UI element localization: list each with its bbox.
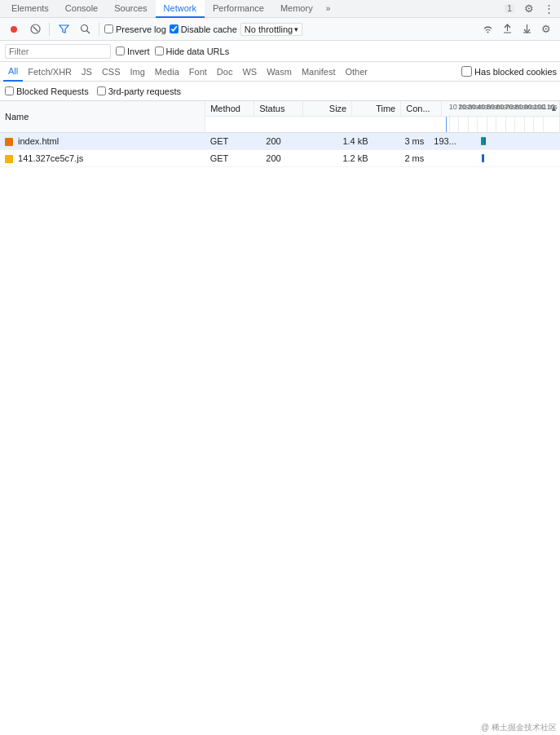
tab-console[interactable]: Console (57, 0, 106, 18)
cell-size-0: 1.4 kB (317, 133, 373, 150)
type-filter-fetch[interactable]: Fetch/XHR (23, 62, 77, 82)
type-filter-ws[interactable]: WS (237, 62, 262, 82)
cell-method-1: GET (205, 150, 262, 167)
svg-line-1 (33, 27, 37, 32)
filter-bar: Invert Hide data URLs (0, 41, 560, 62)
disable-cache-label[interactable]: Disable cache (170, 24, 237, 34)
js-file-icon (5, 155, 13, 163)
type-filter-css[interactable]: CSS (97, 62, 126, 82)
export-har-button[interactable] (518, 20, 536, 38)
cell-con-0: 193... (429, 133, 475, 150)
cell-con-1 (429, 150, 475, 167)
filter-icon (59, 24, 69, 34)
upload-icon (502, 24, 513, 34)
type-filter-manifest[interactable]: Manifest (297, 62, 341, 82)
waterfall-tick-area: 10 ms20 ms30 ms40 ms50 ms60 ms70 ms80 ms… (442, 101, 559, 116)
toolbar-divider-2 (99, 23, 99, 36)
col-header-time[interactable]: Time (352, 101, 401, 116)
tab-memory[interactable]: Memory (272, 0, 321, 18)
waterfall-graph-header (205, 116, 559, 132)
table-header-row: Name Method Status (0, 101, 560, 133)
cell-waterfall-0 (475, 133, 559, 150)
col-header-waterfall-area: Method Status Size Time (205, 101, 560, 133)
network-table: Name Method Status (0, 101, 560, 167)
waterfall-bar-container-1 (480, 152, 554, 165)
svg-point-4 (487, 32, 488, 33)
invert-label[interactable]: Invert (116, 46, 150, 56)
tab-sources[interactable]: Sources (106, 0, 155, 18)
cell-waterfall-1 (475, 150, 559, 167)
col-header-status[interactable]: Status (254, 101, 303, 116)
has-blocked-cookies-checkbox[interactable] (461, 66, 472, 77)
type-filter-font[interactable]: Font (184, 62, 212, 82)
svg-point-2 (81, 25, 87, 32)
cell-status-1: 200 (261, 150, 317, 167)
type-filter-wasm[interactable]: Wasm (262, 62, 297, 82)
search-button[interactable] (76, 20, 94, 38)
tab-network[interactable]: Network (156, 0, 205, 18)
import-har-button[interactable] (498, 20, 516, 38)
sort-arrow-icon: ▲ (550, 103, 558, 113)
network-toolbar: Preserve log Disable cache No throttling… (0, 18, 560, 41)
preserve-log-checkbox[interactable] (104, 24, 113, 33)
col-header-name[interactable]: Name (0, 101, 205, 133)
waterfall-bar-container-0 (480, 135, 554, 148)
more-options-icon[interactable]: ⋮ (540, 1, 557, 17)
cell-method-0: GET (205, 133, 262, 150)
network-settings-button[interactable]: ⚙ (537, 20, 555, 38)
has-blocked-cookies-label[interactable]: Has blocked cookies (461, 66, 557, 77)
throttle-chevron-icon: ▾ (294, 25, 298, 33)
network-table-body: index.html GET 200 1.4 kB 3 ms 193... (0, 133, 560, 167)
clear-button[interactable] (26, 20, 44, 38)
type-filter-img[interactable]: Img (126, 62, 150, 82)
invert-checkbox[interactable] (116, 46, 125, 55)
throttle-select[interactable]: No throttling ▾ (240, 23, 302, 36)
type-filter-other[interactable]: Other (340, 62, 373, 82)
devtools-panel: Elements Console Sources Network Perform… (0, 0, 560, 735)
filter-input[interactable] (5, 44, 111, 59)
table-row[interactable]: index.html GET 200 1.4 kB 3 ms 193... (0, 133, 560, 150)
cell-status-0: 200 (261, 133, 317, 150)
type-filter-media[interactable]: Media (150, 62, 184, 82)
type-filter-js[interactable]: JS (77, 62, 97, 82)
clear-icon (30, 24, 41, 34)
hide-data-urls-checkbox[interactable] (155, 46, 164, 55)
col-header-method[interactable]: Method (205, 101, 254, 116)
network-conditions-button[interactable] (478, 20, 496, 38)
search-icon (80, 24, 90, 34)
tab-elements[interactable]: Elements (3, 0, 57, 18)
table-row[interactable]: 141.327ce5c7.js GET 200 1.2 kB 2 ms (0, 150, 560, 167)
wifi-icon (483, 24, 493, 34)
cell-name-0: index.html (0, 133, 205, 150)
record-button[interactable] (5, 20, 23, 38)
waterfall-bar-receive-0 (484, 137, 486, 145)
col-header-size[interactable]: Size (303, 101, 352, 116)
cell-time-1: 2 ms (373, 150, 430, 167)
waterfall-bar-1 (482, 154, 484, 162)
tab-bar: Elements Console Sources Network Perform… (0, 0, 560, 18)
settings-gear-icon[interactable]: ⚙ (521, 1, 537, 17)
preserve-log-label[interactable]: Preserve log (104, 24, 166, 34)
cell-name-1: 141.327ce5c7.js (0, 150, 205, 167)
watermark: @ 稀土掘金技术社区 (481, 722, 557, 733)
svg-line-3 (86, 31, 90, 34)
cell-time-0: 3 ms (373, 133, 430, 150)
disable-cache-checkbox[interactable] (170, 24, 179, 33)
third-party-requests-checkbox[interactable] (97, 86, 106, 95)
blocked-requests-label[interactable]: Blocked Requests (5, 86, 89, 96)
toolbar-divider-1 (49, 23, 50, 36)
tab-performance[interactable]: Performance (205, 0, 272, 18)
hide-data-urls-label[interactable]: Hide data URLs (155, 46, 230, 56)
filter-toggle-button[interactable] (55, 20, 73, 38)
tab-more-button[interactable]: » (321, 2, 336, 15)
col-header-con[interactable]: Con... (401, 101, 442, 116)
third-party-requests-label[interactable]: 3rd-party requests (97, 86, 181, 96)
waterfall-tick-lines-area (442, 117, 559, 132)
type-filter-doc[interactable]: Doc (212, 62, 238, 82)
blocked-requests-checkbox[interactable] (5, 86, 14, 95)
badge-count: 1 (505, 4, 514, 13)
badge-icon: 1 (501, 1, 518, 17)
type-filter-all[interactable]: All (3, 62, 23, 82)
waterfall-time-marker (446, 117, 447, 132)
network-table-container: Name Method Status (0, 101, 560, 735)
